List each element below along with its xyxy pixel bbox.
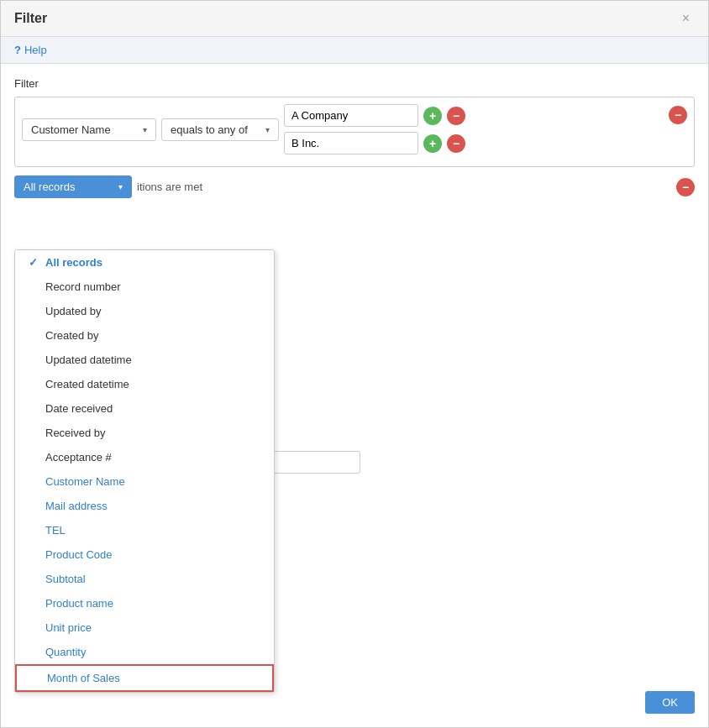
all-records-chevron: ▾ [118, 182, 123, 191]
dropdown-item-product-code[interactable]: Product Code [15, 542, 274, 567]
dialog-header: Filter × [1, 1, 708, 37]
ok-button[interactable]: OK [645, 691, 695, 714]
dropdown-item-all-records[interactable]: ✓ All records [15, 250, 274, 275]
filter-value-row-1: + − [284, 104, 465, 127]
dropdown-item-label: Product name [45, 597, 113, 610]
dropdown-item-label: Mail address [45, 500, 108, 512]
dropdown-item-label: Updated datetime [45, 354, 132, 366]
filter-main-row: Customer Name ▾ equals to any of ▾ + − [22, 104, 687, 155]
value-input-2[interactable] [284, 132, 418, 155]
filter-section-label: Filter [14, 77, 695, 90]
filter-values-column: + − + − [284, 104, 465, 155]
dropdown-item-label: Acceptance # [45, 451, 112, 464]
dropdown-item-record-number[interactable]: Record number [15, 275, 274, 299]
dropdown-item-label: Month of Sales [47, 672, 120, 684]
dropdown-item-label: Date received [45, 402, 113, 415]
dropdown-item-label: Created datetime [45, 378, 129, 390]
dropdown-item-label: Subtotal [45, 573, 86, 585]
help-bar: ? Help [1, 37, 708, 64]
dropdown-item-subtotal[interactable]: Subtotal [15, 567, 274, 591]
all-records-dropdown[interactable]: All records ▾ [14, 175, 132, 198]
checkmark-icon: ✓ [29, 256, 40, 269]
filter-value-row-2: + − [284, 132, 465, 155]
remove-value-button-2[interactable]: − [447, 134, 465, 153]
add-value-button-1[interactable]: + [423, 107, 442, 125]
dropdown-item-product-name[interactable]: Product name [15, 591, 274, 615]
dropdown-item-mail-address[interactable]: Mail address [15, 494, 274, 518]
dropdown-item-label: Created by [45, 329, 99, 342]
dropdown-item-label: Product Code [45, 548, 113, 561]
close-button[interactable]: × [677, 9, 695, 28]
dropdown-item-created-by[interactable]: Created by [15, 323, 274, 348]
dropdown-item-label: Quantity [45, 646, 86, 658]
value-input-1[interactable] [284, 104, 418, 127]
dropdown-item-acceptance[interactable]: Acceptance # [15, 445, 274, 469]
add-value-button-2[interactable]: + [423, 134, 442, 153]
help-icon: ? [14, 44, 21, 56]
remove-filter-row-button[interactable]: − [669, 106, 687, 124]
dropdown-item-quantity[interactable]: Quantity [15, 640, 274, 664]
dropdown-item-label: Received by [45, 427, 106, 439]
dropdown-item-label: Record number [45, 280, 121, 293]
filter-dialog: Filter × ? Help Filter Customer Name ▾ e… [0, 0, 709, 728]
dropdown-menu: ✓ All records Record number Updated by C… [14, 249, 275, 693]
operator-dropdown-chevron: ▾ [265, 125, 270, 134]
dropdown-item-label: Unit price [45, 621, 92, 634]
dropdown-item-label: Updated by [45, 305, 102, 317]
remove-value-button-1[interactable]: − [447, 107, 465, 125]
all-records-row: All records ▾ itions are met − [14, 175, 695, 198]
dropdown-item-label: Customer Name [45, 475, 125, 488]
dialog-title: Filter [14, 11, 47, 26]
filter-block: Customer Name ▾ equals to any of ▾ + − [14, 97, 695, 167]
dropdown-item-tel[interactable]: TEL [15, 518, 274, 542]
dropdown-item-updated-by[interactable]: Updated by [15, 299, 274, 323]
main-content: Filter Customer Name ▾ equals to any of … [1, 64, 708, 220]
dropdown-item-label: TEL [45, 524, 66, 537]
operator-dropdown-value: equals to any of [171, 123, 248, 136]
dropdown-item-unit-price[interactable]: Unit price [15, 615, 274, 640]
dropdown-item-date-received[interactable]: Date received [15, 396, 274, 421]
dropdown-item-customer-name[interactable]: Customer Name [15, 469, 274, 494]
dropdown-item-updated-datetime[interactable]: Updated datetime [15, 348, 274, 372]
field-dropdown-value: Customer Name [31, 123, 111, 136]
operator-dropdown[interactable]: equals to any of ▾ [161, 118, 279, 141]
remove-all-records-button[interactable]: − [676, 178, 695, 196]
all-records-value: All records [24, 181, 75, 193]
conditions-text: itions are met [137, 181, 202, 193]
dropdown-item-received-by[interactable]: Received by [15, 421, 274, 445]
footer-area: OK [645, 691, 695, 714]
help-label: Help [24, 44, 47, 56]
help-link[interactable]: ? Help [14, 44, 695, 56]
field-dropdown[interactable]: Customer Name ▾ [22, 118, 156, 141]
dropdown-item-created-datetime[interactable]: Created datetime [15, 372, 274, 396]
field-dropdown-chevron: ▾ [143, 125, 147, 134]
dropdown-item-label: All records [45, 256, 102, 269]
dropdown-item-month-of-sales[interactable]: Month of Sales [15, 664, 274, 692]
